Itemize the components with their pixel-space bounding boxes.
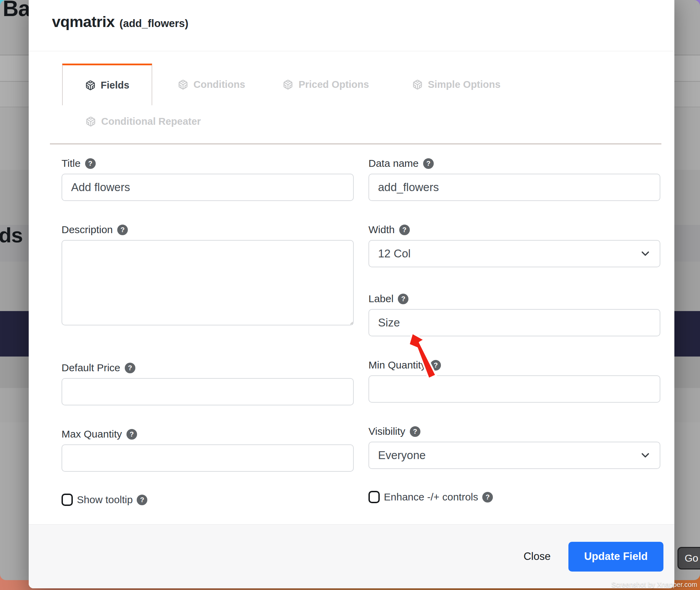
default-price-label: Default Price	[62, 362, 120, 374]
enhance-controls-checkbox[interactable]	[368, 491, 380, 503]
width-select-value: 12 Col	[378, 247, 410, 260]
modal-form: Title ? Description ? Default Price ?	[29, 144, 674, 506]
chevron-down-icon	[639, 449, 651, 461]
help-icon[interactable]: ?	[430, 360, 441, 371]
help-icon[interactable]: ?	[125, 363, 135, 373]
tab-bar: Fields Conditions Priced Options Simple …	[29, 51, 674, 144]
tab-label: Fields	[101, 80, 130, 91]
tab-label: Priced Options	[298, 79, 369, 90]
title-input[interactable]	[62, 174, 354, 201]
go-button[interactable]: Go	[677, 547, 700, 569]
tab-label: Conditions	[193, 79, 245, 90]
box-icon	[283, 79, 293, 90]
help-icon[interactable]: ?	[126, 429, 137, 440]
title-label: Title	[62, 158, 81, 169]
visibility-select[interactable]: Everyone	[368, 442, 660, 469]
show-tooltip-label: Show tooltip	[77, 494, 133, 506]
update-field-button[interactable]: Update Field	[568, 542, 663, 572]
help-icon[interactable]: ?	[423, 158, 434, 169]
help-icon[interactable]: ?	[117, 225, 128, 235]
width-label: Width	[368, 224, 395, 236]
box-icon	[85, 116, 96, 127]
help-icon[interactable]: ?	[137, 495, 147, 505]
field-editor-modal: vqmatrix(add_flowers) Fields Conditions …	[29, 0, 674, 588]
help-icon[interactable]: ?	[410, 426, 420, 437]
help-icon[interactable]: ?	[399, 225, 410, 235]
data-name-label: Data name	[368, 158, 419, 169]
close-button[interactable]: Close	[522, 550, 553, 563]
data-name-input[interactable]	[368, 174, 660, 201]
min-quantity-input[interactable]	[368, 375, 660, 403]
help-icon[interactable]: ?	[85, 158, 96, 169]
label-label: Label	[368, 293, 393, 305]
default-price-input[interactable]	[62, 378, 354, 405]
label-input[interactable]	[368, 309, 660, 336]
visibility-select-value: Everyone	[378, 449, 426, 462]
tab-priced-options[interactable]: Priced Options	[283, 79, 369, 90]
min-quantity-label: Min Quantity	[368, 359, 426, 371]
visibility-label: Visibility	[368, 426, 405, 437]
description-label: Description	[62, 224, 113, 236]
description-textarea[interactable]	[62, 240, 354, 325]
tab-label: Conditional Repeater	[101, 116, 201, 127]
background-clipped-text: ds	[0, 223, 23, 247]
tab-conditional-repeater[interactable]: Conditional Repeater	[85, 116, 201, 127]
tab-label: Simple Options	[428, 79, 501, 90]
max-quantity-input[interactable]	[62, 444, 354, 472]
box-icon	[85, 80, 96, 91]
tab-conditions[interactable]: Conditions	[178, 79, 245, 90]
box-icon	[412, 79, 423, 90]
max-quantity-label: Max Quantity	[62, 428, 122, 440]
tab-simple-options[interactable]: Simple Options	[412, 79, 501, 90]
width-select[interactable]: 12 Col	[368, 240, 660, 267]
chevron-down-icon	[639, 247, 651, 260]
tab-fields[interactable]: Fields	[62, 64, 152, 105]
enhance-controls-label: Enhance -/+ controls	[384, 491, 478, 503]
modal-subtitle: (add_flowers)	[120, 17, 189, 29]
watermark-text: Screenshot by Xnapper.com	[611, 581, 697, 589]
modal-header: vqmatrix(add_flowers)	[29, 0, 674, 51]
modal-title: vqmatrix	[52, 13, 115, 30]
box-icon	[178, 79, 188, 90]
help-icon[interactable]: ?	[398, 294, 408, 304]
show-tooltip-checkbox[interactable]	[62, 494, 73, 506]
help-icon[interactable]: ?	[482, 492, 493, 502]
modal-footer: Close Update Field	[29, 524, 674, 588]
